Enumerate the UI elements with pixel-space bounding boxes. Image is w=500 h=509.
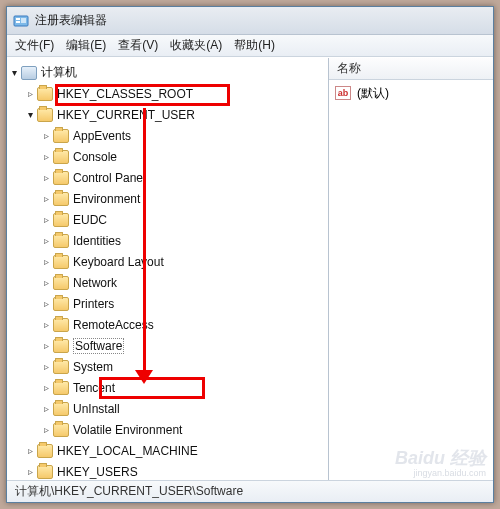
tree-item[interactable]: ▹System <box>7 356 328 377</box>
tree-item[interactable]: ▹RemoteAccess <box>7 314 328 335</box>
tree-hive[interactable]: ▹ HKEY_CLASSES_ROOT <box>7 83 328 104</box>
folder-icon <box>53 129 69 143</box>
tree-label: Printers <box>73 297 114 311</box>
regedit-window: 注册表编辑器 文件(F) 编辑(E) 查看(V) 收藏夹(A) 帮助(H) ▾ … <box>6 6 494 503</box>
folder-icon <box>37 444 53 458</box>
svg-rect-3 <box>21 18 26 23</box>
tree-label: Software <box>73 338 124 354</box>
tree-item[interactable]: ▹Tencent <box>7 377 328 398</box>
tree-label: UnInstall <box>73 402 120 416</box>
menu-help[interactable]: 帮助(H) <box>234 37 275 54</box>
tree-hive[interactable]: ▹ HKEY_LOCAL_MACHINE <box>7 440 328 461</box>
tree-item[interactable]: ▹AppEvents <box>7 125 328 146</box>
expander-icon[interactable]: ▹ <box>39 193 53 204</box>
folder-icon <box>53 234 69 248</box>
expander-icon[interactable]: ▹ <box>39 130 53 141</box>
expander-icon[interactable]: ▹ <box>39 382 53 393</box>
tree-label: EUDC <box>73 213 107 227</box>
menu-favorites[interactable]: 收藏夹(A) <box>170 37 222 54</box>
folder-icon <box>53 255 69 269</box>
tree-label: RemoteAccess <box>73 318 154 332</box>
tree-label: Console <box>73 150 117 164</box>
expander-icon[interactable]: ▹ <box>23 445 37 456</box>
expander-icon[interactable]: ▹ <box>39 277 53 288</box>
expander-icon[interactable]: ▹ <box>39 214 53 225</box>
expander-icon[interactable]: ▹ <box>39 424 53 435</box>
expander-icon[interactable]: ▹ <box>39 235 53 246</box>
status-path: 计算机\HKEY_CURRENT_USER\Software <box>15 483 243 500</box>
string-value-icon: ab <box>335 86 351 100</box>
expander-icon[interactable]: ▹ <box>39 319 53 330</box>
tree-label: Environment <box>73 192 140 206</box>
folder-icon <box>53 192 69 206</box>
svg-rect-1 <box>16 18 20 20</box>
folder-icon <box>53 276 69 290</box>
svg-rect-2 <box>16 21 20 23</box>
tree-label: Network <box>73 276 117 290</box>
tree-label: HKEY_LOCAL_MACHINE <box>57 444 198 458</box>
expander-icon[interactable]: ▹ <box>39 361 53 372</box>
tree-item[interactable]: ▹UnInstall <box>7 398 328 419</box>
expander-icon[interactable]: ▹ <box>23 88 37 99</box>
folder-icon <box>53 171 69 185</box>
expander-icon[interactable]: ▾ <box>7 67 21 78</box>
tree-item[interactable]: ▹Identities <box>7 230 328 251</box>
column-name-label: 名称 <box>337 60 361 77</box>
expander-icon[interactable]: ▹ <box>39 172 53 183</box>
content-area: ▾ 计算机 ▹ HKEY_CLASSES_ROOT ▾ HKEY_CURRENT… <box>7 57 493 480</box>
menubar: 文件(F) 编辑(E) 查看(V) 收藏夹(A) 帮助(H) <box>7 35 493 57</box>
list-body[interactable]: ab (默认) <box>329 80 493 480</box>
tree-item[interactable]: ▹EUDC <box>7 209 328 230</box>
app-icon <box>13 13 29 29</box>
expander-icon[interactable]: ▾ <box>23 109 37 120</box>
folder-icon <box>53 213 69 227</box>
expander-icon[interactable]: ▹ <box>39 151 53 162</box>
folder-icon <box>37 87 53 101</box>
folder-icon <box>53 339 69 353</box>
folder-icon <box>53 150 69 164</box>
folder-icon <box>53 402 69 416</box>
tree-label: AppEvents <box>73 129 131 143</box>
expander-icon[interactable]: ▹ <box>39 298 53 309</box>
tree-hive-hkcu[interactable]: ▾ HKEY_CURRENT_USER <box>7 104 328 125</box>
tree-hive[interactable]: ▹ HKEY_USERS <box>7 461 328 480</box>
tree-label: Keyboard Layout <box>73 255 164 269</box>
tree-item[interactable]: ▹Control Panel <box>7 167 328 188</box>
tree-label: System <box>73 360 113 374</box>
tree-item[interactable]: ▹Keyboard Layout <box>7 251 328 272</box>
expander-icon[interactable]: ▹ <box>23 466 37 477</box>
folder-icon <box>53 360 69 374</box>
tree-item-software[interactable]: ▹Software <box>7 335 328 356</box>
tree-item[interactable]: ▹Console <box>7 146 328 167</box>
computer-icon <box>21 66 37 80</box>
folder-icon <box>37 108 53 122</box>
tree-item[interactable]: ▹Printers <box>7 293 328 314</box>
menu-edit[interactable]: 编辑(E) <box>66 37 106 54</box>
titlebar[interactable]: 注册表编辑器 <box>7 7 493 35</box>
window-title: 注册表编辑器 <box>35 12 107 29</box>
folder-icon <box>53 423 69 437</box>
tree-label: HKEY_CURRENT_USER <box>57 108 195 122</box>
tree-label: Identities <box>73 234 121 248</box>
tree-label: Volatile Environment <box>73 423 182 437</box>
expander-icon[interactable]: ▹ <box>39 256 53 267</box>
tree-item[interactable]: ▹Volatile Environment <box>7 419 328 440</box>
tree-pane[interactable]: ▾ 计算机 ▹ HKEY_CLASSES_ROOT ▾ HKEY_CURRENT… <box>7 58 329 480</box>
expander-icon[interactable]: ▹ <box>39 403 53 414</box>
tree-item[interactable]: ▹Environment <box>7 188 328 209</box>
tree-item[interactable]: ▹Network <box>7 272 328 293</box>
folder-icon <box>37 465 53 479</box>
tree-label: Tencent <box>73 381 115 395</box>
menu-view[interactable]: 查看(V) <box>118 37 158 54</box>
tree-root[interactable]: ▾ 计算机 <box>7 62 328 83</box>
statusbar: 计算机\HKEY_CURRENT_USER\Software <box>7 480 493 502</box>
list-row-default[interactable]: ab (默认) <box>335 84 487 102</box>
list-pane: 名称 ab (默认) <box>329 58 493 480</box>
tree-label: 计算机 <box>41 64 77 81</box>
folder-icon <box>53 381 69 395</box>
expander-icon[interactable]: ▹ <box>39 340 53 351</box>
folder-icon <box>53 318 69 332</box>
list-column-header[interactable]: 名称 <box>329 58 493 80</box>
tree-label: HKEY_USERS <box>57 465 138 479</box>
menu-file[interactable]: 文件(F) <box>15 37 54 54</box>
